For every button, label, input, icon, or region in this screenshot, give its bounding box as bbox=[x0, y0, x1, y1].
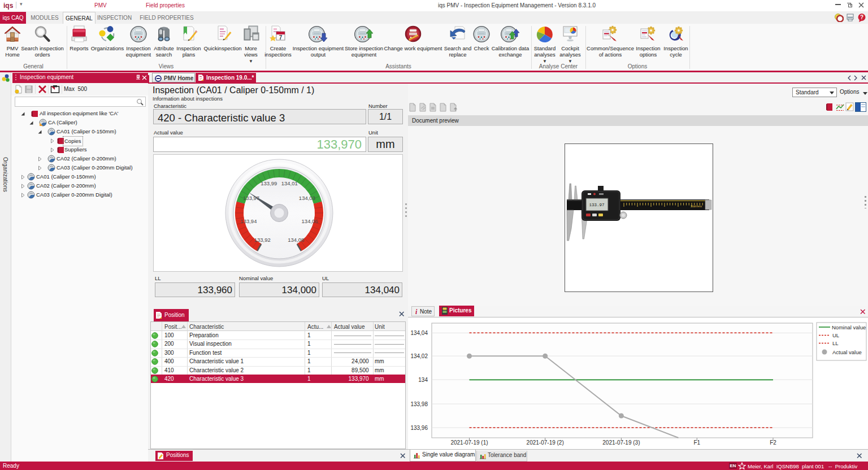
svg-text:133,99: 133,99 bbox=[261, 180, 277, 186]
svg-text:134,08: 134,08 bbox=[288, 237, 304, 243]
svg-text:134,06: 134,06 bbox=[302, 218, 318, 224]
svg-text:133,92: 133,92 bbox=[254, 237, 271, 243]
svg-text:133,94: 133,94 bbox=[240, 218, 257, 224]
svg-text:134,02: 134,02 bbox=[410, 353, 428, 359]
svg-text:2021-07-19 (3): 2021-07-19 (3) bbox=[602, 439, 640, 446]
svg-text:UL: UL bbox=[832, 332, 839, 338]
svg-text:7: 7 bbox=[279, 34, 283, 41]
svg-text:Nominal value: Nominal value bbox=[832, 324, 866, 330]
svg-text:133,96: 133,96 bbox=[410, 425, 428, 431]
svg-text:2021-07-19 (2): 2021-07-19 (2) bbox=[527, 439, 564, 446]
svg-text:134,01: 134,01 bbox=[281, 180, 298, 186]
svg-text:?: ? bbox=[860, 14, 863, 20]
svg-text:Actual value: Actual value bbox=[832, 349, 862, 355]
svg-text:133,98: 133,98 bbox=[410, 401, 428, 407]
svg-text:134,03: 134,03 bbox=[299, 195, 315, 201]
svg-text:Stainless: Stainless bbox=[691, 204, 702, 208]
svg-text:F2: F2 bbox=[770, 439, 776, 446]
svg-text:2021-07-19 (1): 2021-07-19 (1) bbox=[450, 439, 488, 446]
svg-text:133.97: 133.97 bbox=[589, 203, 604, 207]
svg-text:LL: LL bbox=[832, 340, 839, 346]
svg-text:F1: F1 bbox=[693, 439, 700, 446]
svg-text:134: 134 bbox=[418, 377, 428, 383]
svg-text:134,04: 134,04 bbox=[410, 330, 428, 336]
